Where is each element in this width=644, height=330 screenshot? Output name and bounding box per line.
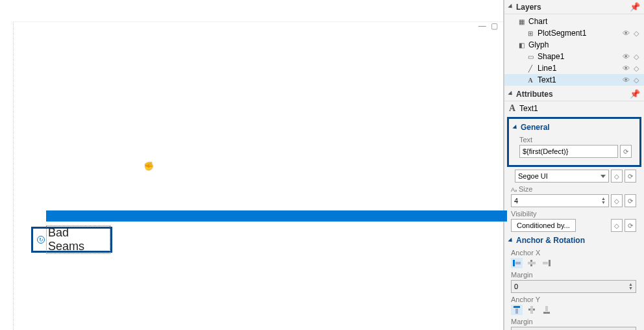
layer-text[interactable]: A Text1 👁◇ (504, 74, 644, 86)
canvas-workspace[interactable]: ✊ ↻ Bad Seams (13, 21, 503, 330)
size-input[interactable]: 4▲▼ (511, 194, 609, 207)
svg-rect-7 (515, 309, 518, 314)
layer-glyph[interactable]: ◧ Glyph (504, 39, 644, 51)
eye-icon[interactable]: 👁 (622, 64, 630, 72)
pin-icon[interactable]: 📌 (630, 89, 640, 99)
general-section-highlight: General Text ⟳ (507, 117, 641, 167)
attr-selected-heading: A Text1 (504, 101, 644, 116)
chart-icon: ▦ (517, 18, 525, 25)
layer-label: Line1 (538, 64, 556, 73)
font-select[interactable]: Segoe UI (515, 170, 609, 183)
anchor-y-bottom[interactable] (541, 305, 552, 315)
anchor-x-right[interactable] (541, 258, 552, 268)
anchory-label: Anchor Y (511, 296, 640, 303)
chevron-down-icon (508, 91, 514, 97)
svg-rect-4 (549, 260, 551, 266)
erase-icon[interactable]: ◇ (611, 219, 623, 232)
chevron-down-icon (508, 4, 514, 10)
grab-cursor-icon: ✊ (143, 161, 154, 171)
attr-selected-label: Text1 (519, 104, 538, 113)
bind-icon[interactable]: ⟳ (620, 145, 632, 158)
layers-tree: ▦ Chart ⊞ PlotSegment1 👁◇ ◧ Glyph ▭ Shap… (504, 14, 644, 87)
link-icon[interactable]: ⟳ (625, 194, 636, 207)
section-title: Anchor & Rotation (516, 236, 585, 245)
link-icon[interactable]: ⟳ (625, 170, 636, 183)
svg-rect-11 (545, 306, 548, 311)
layer-label: Text1 (538, 75, 556, 84)
erase-icon[interactable]: ◇ (632, 53, 640, 60)
text-element-selection[interactable]: ↻ Bad Seams (31, 227, 112, 253)
font-value: Segoe UI (518, 172, 548, 180)
section-title: General (521, 123, 550, 132)
plotsegment-icon: ⊞ (526, 29, 534, 37)
svg-rect-10 (543, 312, 550, 314)
eye-icon[interactable]: 👁 (622, 53, 630, 60)
general-section-header[interactable]: General (513, 121, 636, 133)
erase-icon[interactable]: ◇ (632, 29, 640, 37)
svg-rect-5 (543, 262, 548, 264)
svg-rect-9 (530, 306, 533, 314)
size-label: AₐSize (511, 185, 640, 193)
layers-panel-header[interactable]: Layers 📌 (504, 0, 644, 14)
erase-icon[interactable]: ◇ (632, 76, 640, 84)
glyph-icon: ◧ (517, 41, 525, 49)
anchor-section-header[interactable]: Anchor & Rotation (508, 235, 640, 246)
shape-icon: ▭ (526, 53, 534, 60)
marginy-input[interactable]: 3.5▲▼ (511, 327, 636, 330)
pin-icon[interactable]: 📌 (630, 2, 640, 12)
svg-rect-1 (515, 262, 521, 264)
layer-label: Shape1 (538, 52, 564, 61)
erase-icon[interactable]: ◇ (611, 170, 623, 183)
canvas-area[interactable]: — ▢ ✊ ↻ Bad Seams (0, 0, 504, 330)
text-value-input[interactable] (519, 145, 618, 158)
shape-bar[interactable] (46, 210, 507, 222)
layers-title: Layers (516, 3, 541, 12)
svg-rect-3 (528, 262, 536, 264)
layer-label: Glyph (528, 40, 549, 49)
svg-rect-6 (514, 306, 520, 308)
layer-chart[interactable]: ▦ Chart (504, 16, 644, 27)
anchor-y-middle[interactable] (526, 305, 538, 315)
layer-label: Chart (528, 17, 547, 26)
text-icon: A (508, 105, 516, 112)
line-icon: ╱ (526, 64, 534, 72)
erase-icon[interactable]: ◇ (632, 64, 640, 72)
anchor-x-left[interactable] (511, 258, 523, 268)
layer-plotsegment[interactable]: ⊞ PlotSegment1 👁◇ (504, 27, 644, 39)
side-panels: Layers 📌 ▦ Chart ⊞ PlotSegment1 👁◇ ◧ Gly… (504, 0, 644, 330)
anchor-y-top[interactable] (511, 305, 523, 315)
visibility-label: Visibility (511, 210, 640, 218)
chevron-down-icon (512, 124, 518, 130)
eye-icon[interactable]: 👁 (622, 76, 630, 84)
rotate-handle-icon[interactable]: ↻ (37, 236, 45, 244)
svg-rect-0 (513, 260, 515, 266)
attributes-title: Attributes (516, 90, 553, 99)
text-icon: A (526, 76, 534, 84)
attributes-body: A Text1 General Text ⟳ Segoe UI ◇ ⟳ AₐSi… (504, 101, 644, 330)
chevron-down-icon (508, 237, 514, 243)
attributes-panel-header[interactable]: Attributes 📌 (504, 87, 644, 101)
marginx-label: Margin (511, 271, 640, 279)
marginx-input[interactable]: 0▲▼ (511, 280, 636, 293)
layer-label: PlotSegment1 (538, 29, 586, 38)
anchor-x-center[interactable] (526, 258, 538, 268)
layer-line[interactable]: ╱ Line1 👁◇ (504, 62, 644, 74)
link-icon[interactable]: ⟳ (625, 219, 636, 232)
eye-icon[interactable]: 👁 (622, 29, 630, 37)
anchorx-label: Anchor X (511, 249, 640, 257)
layer-shape[interactable]: ▭ Shape1 👁◇ (504, 51, 644, 62)
erase-icon[interactable]: ◇ (611, 194, 623, 207)
text-field-label: Text (519, 136, 636, 144)
conditioned-by-button[interactable]: Conditioned by... (511, 219, 576, 232)
text-element-content[interactable]: Bad Seams (46, 225, 110, 254)
marginy-label: Margin (511, 318, 640, 325)
